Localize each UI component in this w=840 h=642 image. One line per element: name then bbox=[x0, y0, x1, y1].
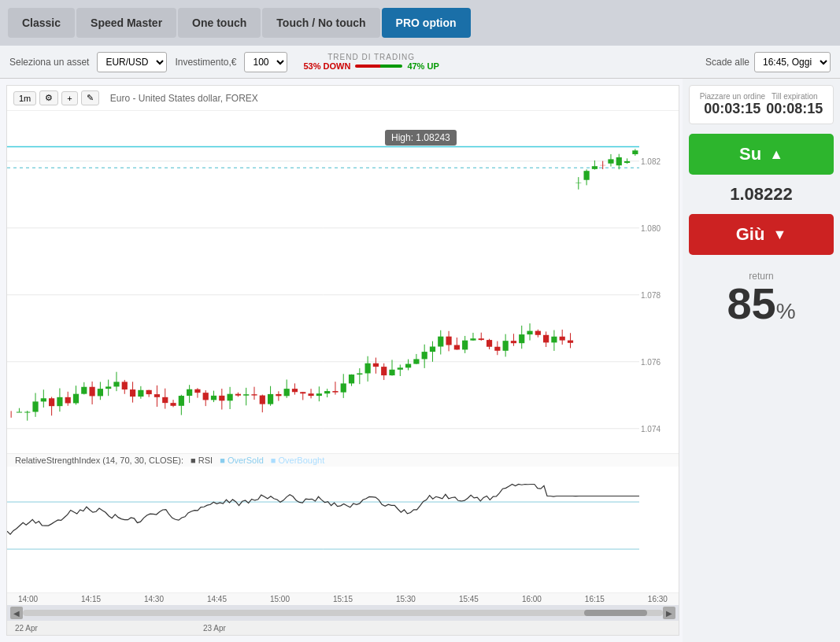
scroll-right-btn[interactable]: ▶ bbox=[663, 607, 675, 619]
chart-wrapper: High: 1.08243 bbox=[7, 111, 679, 453]
return-value-row: 85% bbox=[689, 282, 834, 326]
trend-label: TREND DI TRADING bbox=[327, 53, 415, 61]
main-chart-canvas bbox=[7, 111, 679, 453]
main-content: 1m ⚙ + ✎ Euro - United States dollar, FO… bbox=[0, 79, 840, 642]
chart-toolbar: 1m ⚙ + ✎ Euro - United States dollar, FO… bbox=[7, 86, 679, 111]
order-timer-col: Piazzare un ordine 00:03:15 bbox=[700, 92, 765, 117]
trend-up: 47% UP bbox=[407, 61, 439, 71]
asset-select[interactable]: EUR/USD bbox=[97, 52, 167, 72]
giu-label: Giù bbox=[736, 224, 765, 245]
trend-section: TREND DI TRADING 53% DOWN 47% UP bbox=[303, 53, 439, 71]
rsi-chart-canvas bbox=[7, 467, 679, 592]
investment-select[interactable]: 100 bbox=[244, 52, 287, 72]
timer-box: Piazzare un ordine 00:03:15 Till expirat… bbox=[689, 85, 834, 124]
tab-pro-option[interactable]: PRO option bbox=[382, 8, 471, 38]
chart-type-btn[interactable]: ⚙ bbox=[39, 90, 58, 105]
return-pct: % bbox=[776, 299, 796, 323]
scrollbar-area: ◀ ▶ bbox=[7, 605, 679, 621]
current-price: 1.08222 bbox=[689, 184, 834, 205]
time-labels: 14:0014:1514:3014:45 15:0015:1515:3015:4… bbox=[7, 592, 679, 605]
scroll-left-btn[interactable]: ◀ bbox=[10, 607, 23, 619]
expiry-section: Scade alle 16:45, Oggi bbox=[705, 52, 831, 72]
expiry-select[interactable]: 16:45, Oggi bbox=[754, 52, 831, 72]
chart-add-btn[interactable]: + bbox=[61, 91, 77, 105]
chart-title: Euro - United States dollar, FOREX bbox=[110, 93, 258, 104]
rsi-label-row: RelativeStrengthIndex (14, 70, 30, CLOSE… bbox=[7, 453, 679, 467]
chart-tool-btn[interactable]: ✎ bbox=[81, 90, 99, 105]
rsi-chart-wrapper bbox=[7, 467, 679, 592]
return-value: 85 bbox=[727, 279, 775, 328]
top-nav: Classic Speed Master One touch Touch / N… bbox=[0, 0, 840, 46]
scrollbar-thumb[interactable] bbox=[584, 610, 647, 616]
order-timer-label: Piazzare un ordine bbox=[700, 92, 765, 101]
tab-speed-master[interactable]: Speed Master bbox=[76, 8, 176, 38]
return-section: return 85% bbox=[689, 271, 834, 326]
tab-touch-no-touch[interactable]: Touch / No touch bbox=[262, 8, 379, 38]
trend-line bbox=[355, 65, 402, 68]
su-arrow-icon: ▲ bbox=[769, 146, 783, 163]
chart-area: 1m ⚙ + ✎ Euro - United States dollar, FO… bbox=[6, 85, 679, 636]
asset-label: Seleziona un asset bbox=[9, 57, 89, 68]
expiry-timer-col: Till expiration 00:08:15 bbox=[766, 92, 823, 117]
timeframe-btn[interactable]: 1m bbox=[13, 91, 36, 105]
date-bar: 22 Apr 23 Apr bbox=[7, 621, 679, 635]
toolbar: Seleziona un asset EUR/USD Investimento,… bbox=[0, 46, 840, 79]
tab-classic[interactable]: Classic bbox=[8, 8, 75, 38]
order-timer-value: 00:03:15 bbox=[700, 101, 765, 117]
right-panel: Piazzare un ordine 00:03:15 Till expirat… bbox=[683, 79, 840, 642]
trend-down: 53% DOWN bbox=[303, 61, 350, 71]
expiry-timer-label: Till expiration bbox=[766, 92, 823, 101]
giu-arrow-icon: ▼ bbox=[772, 227, 786, 243]
investment-label: Investimento,€ bbox=[175, 57, 236, 68]
scrollbar-track[interactable] bbox=[23, 610, 663, 616]
su-label: Su bbox=[739, 144, 761, 164]
expiry-timer-value: 00:08:15 bbox=[766, 101, 823, 117]
expiry-label: Scade alle bbox=[705, 57, 749, 68]
tab-one-touch[interactable]: One touch bbox=[178, 8, 261, 38]
giu-button[interactable]: Giù ▼ bbox=[689, 214, 834, 255]
su-button[interactable]: Su ▲ bbox=[689, 134, 834, 175]
